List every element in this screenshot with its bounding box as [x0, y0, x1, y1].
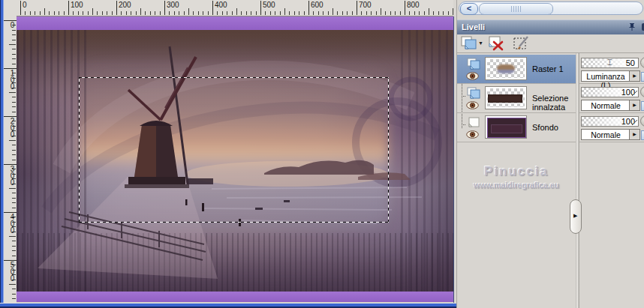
layer-name: Raster 1	[532, 64, 564, 73]
lock-transparency-button[interactable]	[641, 130, 644, 140]
layers-toolbar: ▼	[457, 34, 644, 52]
blend-mode-value: Normale	[582, 101, 630, 110]
layer-name: Selezione innalzata	[532, 94, 576, 112]
vruler-label: 100	[4, 68, 17, 114]
splitter-collapse-button[interactable]: ▶	[570, 199, 582, 234]
ruler-corner-box	[4, 0, 17, 16]
watermark-line1: Pinuccia	[457, 164, 576, 179]
hruler-label: 700	[357, 1, 372, 15]
hruler-label: 500	[260, 1, 275, 15]
layer-controls-raster1: ⌶ 50 Luminanza (L) ▶	[579, 55, 644, 84]
link-toggle-icon[interactable]	[640, 57, 644, 68]
layers-pane: Raster 1	[457, 52, 644, 308]
opacity-slider[interactable]: 100	[581, 116, 639, 127]
hruler-label: 600	[308, 1, 324, 15]
selection-marquee[interactable]	[79, 77, 389, 223]
splitter-caret-icon: ▶	[573, 213, 577, 219]
lock-transparency-button[interactable]	[641, 72, 644, 82]
layer-row-sfondo[interactable]: Sfondo	[457, 113, 576, 142]
palette-title: Livelli	[462, 22, 485, 31]
opacity-value: 50	[626, 58, 635, 68]
layer-visibility-eye-icon[interactable]	[466, 101, 479, 109]
opacity-slider-handle-icon[interactable]: ⌶	[607, 58, 612, 67]
layer-thumbnail[interactable]	[485, 86, 527, 109]
blend-mode-dropdown[interactable]: Normale ▶	[581, 100, 640, 111]
dock-scrollbar[interactable]: <	[459, 1, 643, 15]
slider-grip-icon	[632, 91, 637, 96]
lock-transparency-button[interactable]	[641, 101, 644, 111]
horizontal-ruler-mid-ticks	[20, 8, 453, 15]
image-canvas[interactable]	[17, 16, 454, 303]
palettes-dock: < Livelli ▼	[456, 0, 644, 308]
blend-mode-caret-icon[interactable]: ▶	[629, 130, 639, 139]
artwork-purple-band-top	[17, 16, 453, 30]
slider-grip-icon	[632, 120, 637, 125]
blend-mode-caret-icon[interactable]: ▶	[629, 71, 639, 81]
window-border-bottom	[0, 303, 459, 308]
edit-selection-button[interactable]	[513, 35, 531, 51]
thumbnail-preview	[491, 124, 522, 133]
blend-mode-caret-icon[interactable]: ▶	[629, 100, 639, 110]
horizontal-ruler: 0 100 200 300 400 500 600 700 800	[17, 0, 453, 16]
scroll-left-icon: <	[467, 4, 471, 13]
layers-palette-titlebar[interactable]: Livelli	[457, 19, 644, 34]
watermark-line2: www.maidiregrafica.eu	[457, 181, 576, 190]
layer-visibility-eye-icon[interactable]	[466, 72, 479, 80]
vruler-label: 400	[4, 212, 17, 258]
hruler-label: 800	[405, 1, 420, 15]
layer-name: Sfondo	[532, 123, 558, 132]
hruler-label: 200	[116, 1, 131, 15]
vruler-label: 500	[4, 260, 17, 306]
scrollbar-grip-icon	[511, 6, 521, 12]
artwork-purple-band-bottom	[17, 292, 453, 303]
pin-icon[interactable]	[628, 22, 636, 31]
vertical-ruler: 0 100 200 300 400 500	[4, 16, 17, 303]
layer-controls-selezione: 100 Normale ▶	[579, 84, 644, 113]
layer-thumbnail[interactable]	[485, 57, 527, 80]
scrollbar-thumb[interactable]	[479, 3, 553, 15]
vruler-label: 300	[4, 164, 17, 210]
opacity-slider[interactable]: 100	[581, 87, 639, 97]
vruler-label: 0	[4, 20, 17, 66]
delete-layer-button[interactable]	[487, 35, 505, 51]
hruler-label: 400	[212, 1, 227, 15]
raster-layer-icon	[467, 58, 482, 70]
layer-list: Raster 1	[457, 55, 576, 142]
hruler-label: 300	[164, 1, 179, 15]
background-layer-icon	[467, 116, 482, 129]
layer-controls: ⌶ 50 Luminanza (L) ▶ 100	[579, 55, 644, 142]
new-layer-button[interactable]	[460, 35, 478, 51]
layer-visibility-eye-icon[interactable]	[466, 130, 479, 139]
blend-mode-value: Normale	[582, 130, 630, 139]
scroll-left-button[interactable]: <	[460, 3, 478, 15]
new-layer-dropdown-caret-icon[interactable]: ▼	[478, 40, 483, 46]
layer-row-selezione-innalzata[interactable]: Selezione innalzata	[457, 84, 576, 113]
hruler-label: 100	[68, 1, 83, 15]
layer-row-raster1[interactable]: Raster 1	[457, 55, 576, 84]
blend-mode-dropdown[interactable]: Luminanza (L) ▶	[581, 70, 640, 82]
thumbnail-preview	[497, 64, 515, 73]
layer-thumbnail[interactable]	[485, 115, 527, 139]
vruler-label: 200	[4, 116, 17, 162]
thumbnail-preview	[488, 94, 522, 103]
app-window: 0 100 200 300 400 500 600 700 800 0 100 …	[0, 0, 644, 308]
link-toggle-icon[interactable]	[640, 115, 644, 127]
link-toggle-icon[interactable]	[640, 86, 644, 97]
raster-layer-icon	[467, 87, 482, 100]
blend-mode-dropdown[interactable]: Normale ▶	[581, 129, 640, 140]
layer-controls-sfondo: 100 Normale ▶	[579, 113, 644, 142]
hruler-label: 0	[20, 1, 27, 15]
opacity-slider[interactable]: ⌶ 50	[581, 58, 639, 68]
